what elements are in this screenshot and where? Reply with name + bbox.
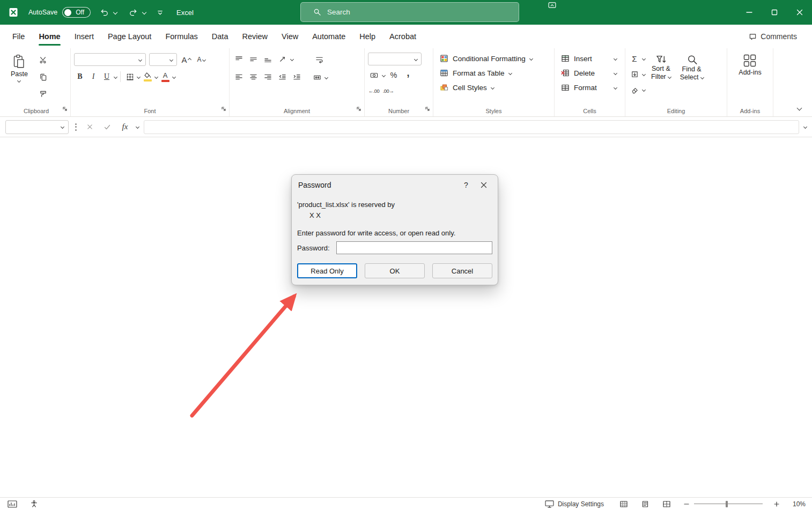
merge-center-button[interactable] (311, 71, 323, 83)
formula-bar-resize-handle[interactable] (73, 123, 78, 131)
font-size-select[interactable] (149, 53, 177, 66)
clear-button[interactable] (629, 84, 640, 95)
zoom-slider-thumb[interactable] (726, 501, 728, 507)
cell-styles-button[interactable]: Cell Styles (437, 81, 536, 94)
redo-dropdown[interactable] (140, 4, 149, 21)
read-only-button[interactable]: Read Only (297, 263, 357, 278)
comments-button[interactable]: Comments (743, 29, 802, 43)
close-button[interactable] (787, 0, 812, 25)
sort-filter-button[interactable]: Sort & Filter (648, 53, 674, 105)
screen-share-icon[interactable] (548, 1, 556, 10)
cancel-button[interactable]: Cancel (432, 263, 492, 278)
tab-acrobat[interactable]: Acrobat (382, 25, 423, 48)
ok-button[interactable]: OK (365, 263, 425, 278)
font-dialog-launcher[interactable] (221, 104, 226, 114)
font-color-button[interactable]: A (159, 71, 171, 83)
addins-button[interactable]: Add-ins (735, 51, 764, 105)
percent-style-button[interactable]: % (388, 69, 400, 81)
find-select-button[interactable]: Find & Select (677, 53, 707, 105)
normal-view-button[interactable] (616, 498, 632, 510)
borders-dropdown[interactable] (137, 75, 141, 78)
tab-view[interactable]: View (275, 25, 305, 48)
display-settings-button[interactable]: Display Settings (538, 498, 610, 510)
decrease-decimal-button[interactable]: .00→ (382, 85, 394, 97)
decrease-font-size-button[interactable]: A (195, 54, 207, 65)
tab-help[interactable]: Help (352, 25, 382, 48)
alignment-dialog-launcher[interactable] (356, 104, 361, 114)
password-input[interactable] (336, 241, 492, 254)
middle-align-button[interactable] (247, 53, 259, 65)
tab-formulas[interactable]: Formulas (158, 25, 204, 48)
conditional-formatting-button[interactable]: Conditional Formatting (437, 52, 536, 65)
decrease-indent-button[interactable] (276, 71, 288, 83)
autosum-dropdown[interactable] (642, 56, 646, 60)
cancel-formula-button[interactable] (83, 121, 96, 134)
autosum-button[interactable]: Σ (629, 53, 640, 64)
formula-options-dropdown[interactable] (136, 125, 139, 129)
expand-formula-bar-button[interactable] (803, 125, 807, 129)
accounting-format-button[interactable] (368, 69, 380, 81)
increase-decimal-button[interactable]: ←.00 (368, 85, 380, 97)
comma-style-button[interactable]: , (402, 69, 414, 81)
enter-formula-button[interactable] (101, 121, 114, 134)
excel-app-icon[interactable] (5, 7, 21, 18)
zoom-in-button[interactable] (771, 498, 782, 510)
number-dialog-launcher[interactable] (425, 104, 430, 114)
name-box-dropdown[interactable] (61, 125, 64, 129)
insert-function-button[interactable]: fx (119, 121, 131, 134)
undo-button[interactable] (97, 4, 111, 21)
fill-color-dropdown[interactable] (154, 75, 158, 78)
align-right-button[interactable] (262, 71, 274, 83)
underline-button[interactable]: U (101, 71, 113, 83)
cut-button[interactable] (38, 54, 49, 65)
tab-page-layout[interactable]: Page Layout (101, 25, 158, 48)
tab-home[interactable]: Home (32, 25, 67, 48)
merge-center-dropdown[interactable] (324, 75, 328, 79)
format-cells-button[interactable]: Format (558, 81, 620, 94)
wrap-text-button[interactable] (311, 54, 328, 65)
fill-color-button[interactable] (142, 71, 153, 83)
accessibility-checker-icon[interactable] (26, 498, 42, 510)
quick-access-toolbar-button[interactable] (153, 4, 167, 21)
redo-button[interactable] (126, 4, 140, 21)
tab-data[interactable]: Data (205, 25, 235, 48)
tab-review[interactable]: Review (235, 25, 275, 48)
borders-button[interactable] (124, 71, 136, 83)
font-name-select[interactable] (74, 53, 146, 66)
orientation-dropdown[interactable] (290, 57, 294, 61)
bottom-align-button[interactable] (262, 53, 274, 65)
italic-button[interactable]: I (87, 71, 99, 83)
increase-indent-button[interactable] (291, 71, 302, 83)
align-left-button[interactable] (233, 71, 245, 83)
format-as-table-button[interactable]: Format as Table (437, 66, 536, 79)
bold-button[interactable]: B (74, 71, 86, 83)
delete-cells-button[interactable]: Delete (558, 66, 620, 79)
increase-font-size-button[interactable]: A (180, 54, 192, 65)
collapse-ribbon-button[interactable] (798, 102, 801, 112)
accounting-format-dropdown[interactable] (382, 73, 386, 77)
orientation-button[interactable] (276, 53, 288, 65)
tab-insert[interactable]: Insert (68, 25, 101, 48)
fill-dropdown[interactable] (642, 72, 646, 76)
copy-button[interactable] (38, 71, 49, 83)
page-layout-view-button[interactable] (637, 498, 653, 510)
font-color-dropdown[interactable] (172, 75, 176, 78)
autosave-toggle[interactable]: Off (62, 7, 91, 18)
number-format-select[interactable] (368, 53, 422, 65)
center-button[interactable] (247, 71, 259, 83)
page-break-preview-button[interactable] (659, 498, 675, 510)
minimize-button[interactable] (736, 0, 762, 25)
format-painter-button[interactable] (38, 88, 49, 100)
underline-dropdown[interactable] (114, 75, 117, 78)
workbook-statistics-icon[interactable] (4, 498, 20, 510)
zoom-slider[interactable] (694, 498, 763, 510)
clipboard-dialog-launcher[interactable] (62, 104, 68, 114)
dialog-help-button[interactable]: ? (458, 177, 474, 193)
tab-file[interactable]: File (5, 25, 32, 48)
zoom-level[interactable]: 10% (783, 500, 808, 508)
top-align-button[interactable] (233, 53, 245, 65)
undo-dropdown[interactable] (111, 4, 120, 21)
name-box[interactable] (5, 120, 69, 134)
fill-button[interactable] (629, 68, 640, 80)
search-box[interactable]: Search (300, 2, 519, 22)
